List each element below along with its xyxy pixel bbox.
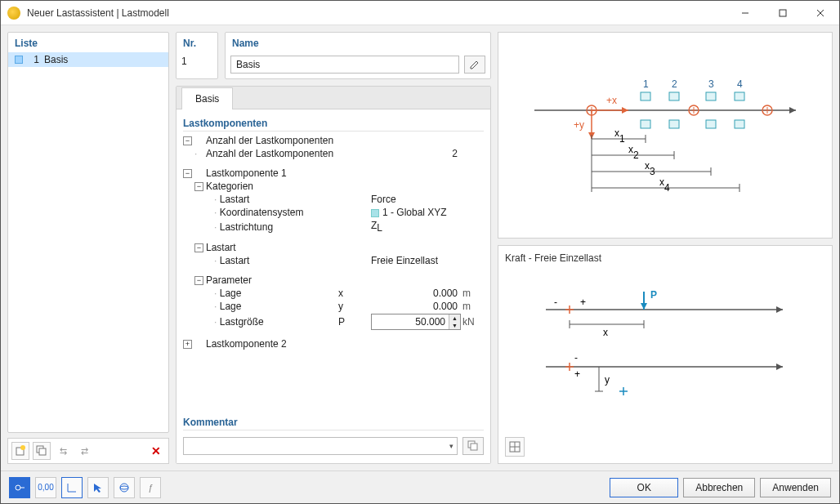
minimize-button[interactable] bbox=[726, 1, 764, 25]
svg-text:x3: x3 bbox=[645, 160, 655, 177]
svg-rect-27 bbox=[641, 92, 650, 100]
group-comp2: Lastkomponente 2 bbox=[206, 338, 484, 350]
direction-value[interactable]: ZL bbox=[371, 220, 461, 234]
svg-point-5 bbox=[20, 445, 25, 450]
svg-rect-35 bbox=[641, 120, 650, 128]
svg-rect-28 bbox=[669, 92, 679, 100]
expander-comp1[interactable]: − bbox=[183, 169, 192, 178]
list-item[interactable]: 1 Basis bbox=[8, 52, 168, 67]
link-button[interactable]: ⇆ bbox=[54, 442, 72, 460]
type-value[interactable]: Freie Einzellast bbox=[371, 255, 461, 266]
section-lastkomponenten: Lastkomponenten bbox=[183, 114, 484, 132]
comment-heading: Kommentar bbox=[183, 413, 484, 430]
coord-value[interactable]: 1 - Global XYZ bbox=[371, 207, 461, 218]
svg-text:x2: x2 bbox=[628, 144, 639, 161]
lage-x-label: · Lage bbox=[206, 288, 338, 299]
copy-icon bbox=[467, 440, 479, 452]
svg-text:+x: +x bbox=[606, 95, 617, 106]
svg-rect-9 bbox=[471, 444, 477, 450]
lastart-label: · Lastart bbox=[206, 194, 338, 205]
expander-comp2[interactable]: + bbox=[183, 340, 192, 349]
window-title: Neuer Lastassistent | Lastmodell bbox=[27, 7, 726, 19]
axes-icon bbox=[66, 482, 78, 493]
list-item-number: 1 bbox=[28, 54, 39, 65]
link2-button[interactable]: ⇄ bbox=[75, 442, 93, 460]
svg-text:x4: x4 bbox=[659, 176, 670, 194]
magnitude-spinner[interactable]: 50.000 ▲▼ bbox=[371, 314, 461, 330]
svg-text:+: + bbox=[574, 368, 580, 380]
spin-down-icon[interactable]: ▼ bbox=[449, 322, 460, 329]
coord-label: · Koordinatensystem bbox=[206, 207, 338, 218]
group-lastart: Lastart bbox=[206, 242, 484, 253]
svg-rect-37 bbox=[706, 120, 716, 128]
group-kategorien: Kategorien bbox=[206, 181, 484, 192]
svg-text:4: 4 bbox=[737, 78, 743, 90]
magnitude-unit: kN bbox=[461, 316, 484, 328]
svg-rect-7 bbox=[39, 448, 46, 455]
lage-y-label: · Lage bbox=[206, 301, 338, 312]
units-button[interactable]: 0,00 bbox=[35, 477, 56, 498]
diagram-lower: Kraft - Freie Einzellast - + P bbox=[498, 245, 833, 465]
group-count: Anzahl der Lastkomponenten bbox=[206, 135, 484, 146]
expander-kategorien[interactable]: − bbox=[194, 182, 203, 191]
svg-rect-36 bbox=[669, 120, 679, 128]
svg-text:x1: x1 bbox=[614, 127, 625, 145]
help-button[interactable] bbox=[9, 477, 30, 498]
group-comp1: Lastkomponente 1 bbox=[206, 167, 484, 179]
svg-text:+: + bbox=[580, 297, 586, 308]
svg-marker-53 bbox=[776, 306, 783, 313]
svg-rect-29 bbox=[706, 92, 716, 100]
table-icon bbox=[509, 441, 521, 453]
tab-basis[interactable]: Basis bbox=[181, 87, 233, 109]
titlebar: Neuer Lastassistent | Lastmodell bbox=[1, 1, 839, 25]
apply-button[interactable]: Anwenden bbox=[760, 478, 831, 497]
diagram-settings-button[interactable] bbox=[505, 437, 525, 457]
svg-marker-11 bbox=[789, 107, 796, 114]
group-parameter: Parameter bbox=[206, 274, 484, 286]
svg-rect-38 bbox=[735, 120, 744, 128]
lage-y-symbol: y bbox=[338, 301, 371, 312]
view-2-button[interactable] bbox=[87, 477, 109, 498]
expander-lastart[interactable]: − bbox=[194, 243, 203, 252]
magnitude-symbol: P bbox=[338, 316, 371, 328]
svg-point-83 bbox=[120, 484, 128, 492]
script-button[interactable]: ƒ bbox=[140, 477, 161, 498]
copy-item-button[interactable] bbox=[33, 442, 51, 460]
app-icon bbox=[7, 7, 20, 20]
svg-text:x: x bbox=[603, 327, 608, 338]
ok-button[interactable]: OK bbox=[610, 478, 678, 497]
name-input[interactable]: Basis bbox=[230, 56, 459, 74]
svg-marker-66 bbox=[776, 364, 783, 370]
delete-button[interactable]: ✕ bbox=[147, 442, 165, 460]
view-3-button[interactable] bbox=[114, 477, 135, 498]
svg-text:-: - bbox=[574, 352, 578, 364]
dialog-footer: 0,00 ƒ OK Abbrechen Anwenden bbox=[1, 471, 839, 503]
direction-label: · Lastrichtung bbox=[206, 221, 338, 233]
svg-marker-59 bbox=[641, 303, 647, 310]
lage-x-value[interactable]: 0.000 bbox=[371, 288, 461, 299]
svg-text:y: y bbox=[605, 374, 610, 386]
lage-x-symbol: x bbox=[338, 288, 371, 299]
cancel-button[interactable]: Abbrechen bbox=[683, 478, 755, 497]
close-button[interactable] bbox=[802, 1, 839, 25]
nr-heading: Nr. bbox=[176, 33, 217, 52]
svg-text:P: P bbox=[650, 289, 657, 301]
lage-y-value[interactable]: 0.000 bbox=[371, 301, 461, 312]
edit-name-button[interactable] bbox=[464, 56, 485, 74]
lastart-value[interactable]: Force bbox=[371, 194, 461, 205]
expander-parameter[interactable]: − bbox=[194, 276, 203, 285]
svg-text:1: 1 bbox=[643, 78, 649, 90]
maximize-button[interactable] bbox=[764, 1, 802, 25]
list-item-icon bbox=[15, 56, 23, 64]
type-label: · Lastart bbox=[206, 255, 338, 266]
spin-up-icon[interactable]: ▲ bbox=[449, 314, 460, 322]
new-item-button[interactable] bbox=[11, 442, 29, 460]
count-value[interactable]: 2 bbox=[371, 148, 461, 159]
comment-library-button[interactable] bbox=[462, 437, 484, 455]
comment-combo[interactable]: ▾ bbox=[183, 437, 458, 455]
view-1-button[interactable] bbox=[61, 477, 83, 498]
key-icon bbox=[14, 482, 25, 493]
cursor-icon bbox=[92, 482, 104, 493]
list-item-label: Basis bbox=[44, 54, 68, 65]
expander-count[interactable]: − bbox=[183, 136, 192, 145]
